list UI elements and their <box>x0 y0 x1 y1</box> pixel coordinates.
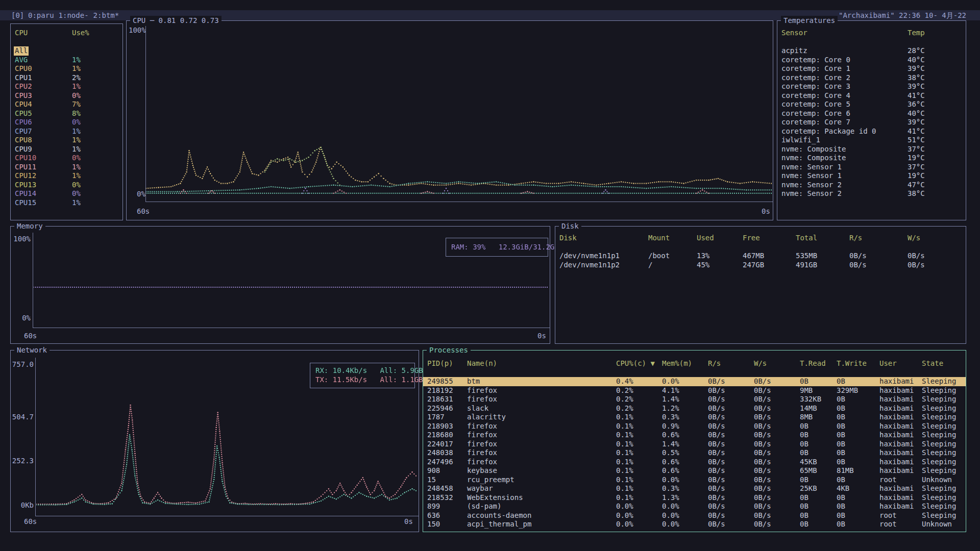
process-row-accounts-daemon[interactable]: 636accounts-daemon0.0%0.0%0B/s0B/s0B0Bro… <box>423 511 966 520</box>
temp-sensor-name: coretemp: Core 5 <box>781 100 850 109</box>
process-row-slack[interactable]: 225946slack0.2%1.2%0B/s0B/s14MB0Bhaxibam… <box>423 404 966 413</box>
process-row-firefox[interactable]: 218903firefox0.1%0.9%0B/s0B/s0B0Bhaxibam… <box>423 422 966 431</box>
disk-header-used[interactable]: Used <box>697 234 714 243</box>
process-row-alacritty[interactable]: 1787alacritty0.1%0.3%0B/s0B/s8MB0Bhaxiba… <box>423 413 966 422</box>
processes-header-ws[interactable]: W/s <box>754 359 767 368</box>
processes-header-state[interactable]: State <box>922 359 943 368</box>
cpu-row-cpu3[interactable]: CPU30% <box>11 91 122 101</box>
process-row-(sd-pam)[interactable]: 899(sd-pam)0.0%0.0%0B/s0B/s0B0BhaxibamiS… <box>423 502 966 511</box>
cpu-row-cpu6[interactable]: CPU60% <box>11 118 122 127</box>
temp-row-6[interactable]: coretemp: Core 536°C <box>777 100 966 109</box>
temp-row-15[interactable]: nvme: Sensor 247°C <box>777 181 966 190</box>
process-cell-ws: 0B/s <box>754 458 771 467</box>
process-cell-state: Sleeping <box>922 502 956 511</box>
process-cell-tread: 0B <box>800 502 808 511</box>
process-row-firefox[interactable]: 218192firefox0.2%4.1%0B/s0B/s9MB329MBhax… <box>423 386 966 395</box>
cpu-table-header-use[interactable]: Use% <box>72 29 89 38</box>
temp-row-4[interactable]: coretemp: Core 339°C <box>777 82 966 91</box>
cpu-table-header-cpu[interactable]: CPU <box>15 29 28 38</box>
cpu-row-all[interactable]: All <box>11 46 122 56</box>
tmux-window-node[interactable]: 1:node- <box>59 10 89 20</box>
cpu-row-cpu10[interactable]: CPU100% <box>11 154 122 163</box>
processes-header-tread[interactable]: T.Read <box>800 359 826 368</box>
cpu-row-cpu13[interactable]: CPU130% <box>11 181 122 190</box>
cpu-row-avg[interactable]: AVG1% <box>11 56 122 65</box>
temp-row-16[interactable]: nvme: Sensor 238°C <box>777 189 966 198</box>
disk-header-total[interactable]: Total <box>796 234 817 243</box>
temp-row-13[interactable]: nvme: Sensor 137°C <box>777 163 966 172</box>
temp-row-10[interactable]: iwlwifi_151°C <box>777 136 966 145</box>
process-row-keybase[interactable]: 908keybase0.1%0.6%0B/s0B/s65MB81MBhaxiba… <box>423 466 966 475</box>
cpu-row-cpu9[interactable]: CPU91% <box>11 145 122 154</box>
cpu-row-cpu15[interactable]: CPU151% <box>11 198 122 208</box>
temp-row-8[interactable]: coretemp: Core 739°C <box>777 118 966 127</box>
processes-header-cpu[interactable]: CPU%(c) ▼ <box>616 359 655 368</box>
processes-header-twrite[interactable]: T.Write <box>837 359 867 368</box>
cpu-row-cpu5[interactable]: CPU58% <box>11 109 122 118</box>
process-cell-rs: 0B/s <box>708 386 725 395</box>
temp-row-14[interactable]: nvme: Sensor 119°C <box>777 171 966 181</box>
temps-header-sensor[interactable]: Sensor <box>781 29 807 38</box>
tmux-window-btm[interactable]: 2:btm* <box>93 10 119 20</box>
cpu-row-cpu4[interactable]: CPU47% <box>11 100 122 109</box>
process-cell-name: btm <box>467 377 480 386</box>
cpu-row-cpu11[interactable]: CPU111% <box>11 163 122 172</box>
process-row-firefox[interactable]: 248038firefox0.1%0.5%0B/s0B/s0B0Bhaxibam… <box>423 448 966 458</box>
process-row-firefox[interactable]: 224017firefox0.1%1.4%0B/s0B/s0B0Bhaxibam… <box>423 440 966 449</box>
cpu-row-cpu14[interactable]: CPU140% <box>11 189 122 198</box>
temp-row-12[interactable]: nvme: Composite19°C <box>777 154 966 163</box>
processes-header-user[interactable]: User <box>879 359 897 368</box>
temp-row-9[interactable]: coretemp: Package id 041°C <box>777 127 966 136</box>
processes-header-mem[interactable]: Mem%(m) <box>662 359 692 368</box>
disk-header-ws[interactable]: W/s <box>908 234 920 243</box>
process-cell-twrite: 0B <box>837 422 845 431</box>
cpu-row-cpu12[interactable]: CPU121% <box>11 171 122 181</box>
disk-header-disk[interactable]: Disk <box>559 234 577 243</box>
processes-header-pid[interactable]: PID(p) <box>427 359 453 368</box>
temp-row-5[interactable]: coretemp: Core 441°C <box>777 91 966 101</box>
temp-value: 19°C <box>908 154 925 163</box>
temp-row-0[interactable]: acpitz28°C <box>777 46 966 56</box>
cpu-row-cpu8[interactable]: CPU81% <box>11 136 122 145</box>
disk-row-1[interactable]: /dev/nvme1n1p2/45%247GB491GB0B/s0B/s <box>555 261 966 270</box>
process-cell-mem: 0.6% <box>662 458 679 467</box>
cpu-row-cpu7[interactable]: CPU71% <box>11 127 122 136</box>
disk-header-rs[interactable]: R/s <box>849 234 862 243</box>
temperatures-panel[interactable]: Temperatures Sensor Temp acpitz28°Ccoret… <box>777 20 966 220</box>
tmux-window-paru[interactable]: 0:paru <box>28 10 54 20</box>
temp-row-2[interactable]: coretemp: Core 139°C <box>777 64 966 73</box>
cpu-row-cpu0[interactable]: CPU01% <box>11 64 122 73</box>
memory-panel[interactable]: Memory 100% 0% 60s 0s RAM: 39% 12.3GiB/3… <box>10 226 550 344</box>
process-row-btm[interactable]: 249855btm0.4%0.0%0B/s0B/s0B0BhaxibamiSle… <box>423 377 966 386</box>
temp-sensor-name: coretemp: Core 3 <box>781 82 850 91</box>
process-row-WebExtensions[interactable]: 218532WebExtensions0.1%1.3%0B/s0B/s0B0Bh… <box>423 493 966 503</box>
disk-cell-used: 45% <box>697 261 709 270</box>
cpu-row-cpu1[interactable]: CPU12% <box>11 73 122 83</box>
cpu-row-cpu2[interactable]: CPU21% <box>11 82 122 91</box>
process-cell-twrite: 0B <box>837 395 845 404</box>
disk-panel[interactable]: Disk DiskMountUsedFreeTotalR/sW/s /dev/n… <box>555 226 966 344</box>
temp-row-3[interactable]: coretemp: Core 238°C <box>777 73 966 83</box>
temp-sensor-name: nvme: Sensor 1 <box>781 171 842 181</box>
processes-header-rs[interactable]: R/s <box>708 359 721 368</box>
process-row-firefox[interactable]: 218680firefox0.1%0.6%0B/s0B/s0B0Bhaxibam… <box>423 431 966 440</box>
cpu-core-list-panel[interactable]: CPU Use% AllAVG1%CPU01%CPU12%CPU21%CPU30… <box>10 23 123 220</box>
temp-value: 39°C <box>908 118 925 127</box>
disk-header-free[interactable]: Free <box>743 234 760 243</box>
processes-header-name[interactable]: Name(n) <box>467 359 497 368</box>
cpu-core-rows: AllAVG1%CPU01%CPU12%CPU21%CPU30%CPU47%CP… <box>11 46 122 207</box>
process-row-acpi_thermal_pm[interactable]: 150acpi_thermal_pm0.0%0.0%0B/s0B/s0B0Bro… <box>423 520 966 529</box>
disk-header-mount[interactable]: Mount <box>648 234 670 243</box>
temp-row-11[interactable]: nvme: Composite37°C <box>777 145 966 154</box>
processes-panel[interactable]: Processes PID(p)Name(n)CPU%(c) ▼Mem%(m)R… <box>423 350 966 532</box>
temps-header-temp[interactable]: Temp <box>908 29 925 38</box>
process-row-waybar[interactable]: 248458waybar0.1%0.3%0B/s0B/s25KB4KBhaxib… <box>423 484 966 493</box>
temp-row-1[interactable]: coretemp: Core 040°C <box>777 56 966 65</box>
process-row-firefox[interactable]: 247496firefox0.1%0.6%0B/s0B/s45KB0Bhaxib… <box>423 458 966 467</box>
disk-row-0[interactable]: /dev/nvme1n1p1/boot13%467MB535MB0B/s0B/s <box>555 252 966 261</box>
temp-row-7[interactable]: coretemp: Core 640°C <box>777 109 966 118</box>
process-row-rcu_preempt[interactable]: 15rcu_preempt0.1%0.0%0B/s0B/s0B0BrootUnk… <box>423 475 966 485</box>
cpu-graph-panel[interactable]: CPU ─ 0.81 0.72 0.73 100% 0% 60s 0s <box>126 20 773 220</box>
network-panel[interactable]: Network 757.0 504.7 252.3 0Kb 60s 0s RX:… <box>10 350 419 532</box>
process-row-firefox[interactable]: 218631firefox0.2%1.4%0B/s0B/s332KB0Bhaxi… <box>423 395 966 404</box>
